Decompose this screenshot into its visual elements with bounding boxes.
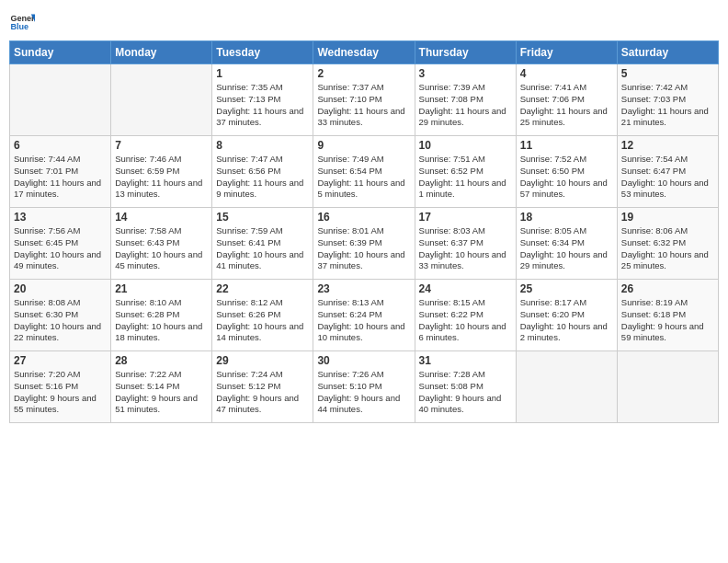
day-info: Sunrise: 8:05 AM Sunset: 6:34 PM Dayligh… <box>520 225 613 272</box>
calendar-cell: 21Sunrise: 8:10 AM Sunset: 6:28 PM Dayli… <box>111 280 212 351</box>
calendar-cell: 15Sunrise: 7:59 AM Sunset: 6:41 PM Dayli… <box>212 208 313 280</box>
day-info: Sunrise: 8:06 AM Sunset: 6:32 PM Dayligh… <box>621 225 714 272</box>
day-number: 10 <box>419 139 512 152</box>
day-number: 14 <box>115 211 208 224</box>
day-number: 23 <box>317 282 410 295</box>
day-number: 19 <box>621 211 714 224</box>
calendar-cell: 18Sunrise: 8:05 AM Sunset: 6:34 PM Dayli… <box>516 208 617 280</box>
day-info: Sunrise: 8:15 AM Sunset: 6:22 PM Dayligh… <box>419 297 512 344</box>
day-info: Sunrise: 8:12 AM Sunset: 6:26 PM Dayligh… <box>216 297 309 344</box>
day-info: Sunrise: 7:24 AM Sunset: 5:12 PM Dayligh… <box>216 369 309 416</box>
day-info: Sunrise: 7:37 AM Sunset: 7:10 PM Dayligh… <box>317 82 410 129</box>
week-row-4: 20Sunrise: 8:08 AM Sunset: 6:30 PM Dayli… <box>10 280 719 351</box>
day-number: 30 <box>317 354 410 367</box>
calendar-cell: 28Sunrise: 7:22 AM Sunset: 5:14 PM Dayli… <box>111 351 212 423</box>
day-info: Sunrise: 8:08 AM Sunset: 6:30 PM Dayligh… <box>14 297 107 344</box>
calendar-cell <box>516 351 617 423</box>
calendar-cell: 10Sunrise: 7:51 AM Sunset: 6:52 PM Dayli… <box>415 136 516 208</box>
day-number: 2 <box>317 67 410 80</box>
day-info: Sunrise: 7:51 AM Sunset: 6:52 PM Dayligh… <box>419 154 512 201</box>
day-number: 9 <box>317 139 410 152</box>
calendar-cell: 31Sunrise: 7:28 AM Sunset: 5:08 PM Dayli… <box>415 351 516 423</box>
day-info: Sunrise: 7:58 AM Sunset: 6:43 PM Dayligh… <box>115 225 208 272</box>
day-number: 11 <box>520 139 613 152</box>
day-info: Sunrise: 8:13 AM Sunset: 6:24 PM Dayligh… <box>317 297 410 344</box>
day-info: Sunrise: 7:20 AM Sunset: 5:16 PM Dayligh… <box>14 369 107 416</box>
calendar-cell: 4Sunrise: 7:41 AM Sunset: 7:06 PM Daylig… <box>516 64 617 136</box>
day-number: 5 <box>621 67 714 80</box>
svg-text:Blue: Blue <box>10 22 28 31</box>
calendar-cell: 22Sunrise: 8:12 AM Sunset: 6:26 PM Dayli… <box>212 280 313 351</box>
day-number: 4 <box>520 67 613 80</box>
calendar-cell: 23Sunrise: 8:13 AM Sunset: 6:24 PM Dayli… <box>313 280 415 351</box>
calendar-cell: 7Sunrise: 7:46 AM Sunset: 6:59 PM Daylig… <box>111 136 212 208</box>
calendar-cell: 20Sunrise: 8:08 AM Sunset: 6:30 PM Dayli… <box>10 280 111 351</box>
header: General Blue <box>9 9 719 35</box>
day-info: Sunrise: 7:59 AM Sunset: 6:41 PM Dayligh… <box>216 225 309 272</box>
week-row-2: 6Sunrise: 7:44 AM Sunset: 7:01 PM Daylig… <box>10 136 719 208</box>
day-header-tuesday: Tuesday <box>212 41 313 64</box>
day-info: Sunrise: 7:42 AM Sunset: 7:03 PM Dayligh… <box>621 82 714 129</box>
week-row-1: 1Sunrise: 7:35 AM Sunset: 7:13 PM Daylig… <box>10 64 719 136</box>
day-info: Sunrise: 7:47 AM Sunset: 6:56 PM Dayligh… <box>216 154 309 201</box>
day-info: Sunrise: 7:44 AM Sunset: 7:01 PM Dayligh… <box>14 154 107 201</box>
day-info: Sunrise: 7:49 AM Sunset: 6:54 PM Dayligh… <box>317 154 410 201</box>
day-header-wednesday: Wednesday <box>313 41 415 64</box>
day-number: 26 <box>621 282 714 295</box>
calendar-cell: 29Sunrise: 7:24 AM Sunset: 5:12 PM Dayli… <box>212 351 313 423</box>
calendar-table: SundayMondayTuesdayWednesdayThursdayFrid… <box>9 40 719 423</box>
day-info: Sunrise: 8:17 AM Sunset: 6:20 PM Dayligh… <box>520 297 613 344</box>
week-row-3: 13Sunrise: 7:56 AM Sunset: 6:45 PM Dayli… <box>10 208 719 280</box>
calendar-cell: 16Sunrise: 8:01 AM Sunset: 6:39 PM Dayli… <box>313 208 415 280</box>
day-number: 18 <box>520 211 613 224</box>
calendar-cell <box>111 64 212 136</box>
day-number: 3 <box>419 67 512 80</box>
day-info: Sunrise: 7:35 AM Sunset: 7:13 PM Dayligh… <box>216 82 309 129</box>
logo: General Blue <box>9 9 37 35</box>
day-number: 25 <box>520 282 613 295</box>
calendar-cell: 9Sunrise: 7:49 AM Sunset: 6:54 PM Daylig… <box>313 136 415 208</box>
logo-icon: General Blue <box>9 9 35 35</box>
calendar-cell: 6Sunrise: 7:44 AM Sunset: 7:01 PM Daylig… <box>10 136 111 208</box>
day-number: 7 <box>115 139 208 152</box>
day-number: 29 <box>216 354 309 367</box>
day-number: 16 <box>317 211 410 224</box>
day-number: 28 <box>115 354 208 367</box>
day-info: Sunrise: 8:01 AM Sunset: 6:39 PM Dayligh… <box>317 225 410 272</box>
week-row-5: 27Sunrise: 7:20 AM Sunset: 5:16 PM Dayli… <box>10 351 719 423</box>
calendar-cell: 14Sunrise: 7:58 AM Sunset: 6:43 PM Dayli… <box>111 208 212 280</box>
day-info: Sunrise: 8:19 AM Sunset: 6:18 PM Dayligh… <box>621 297 714 344</box>
day-info: Sunrise: 8:10 AM Sunset: 6:28 PM Dayligh… <box>115 297 208 344</box>
calendar-cell: 13Sunrise: 7:56 AM Sunset: 6:45 PM Dayli… <box>10 208 111 280</box>
day-number: 17 <box>419 211 512 224</box>
day-info: Sunrise: 7:26 AM Sunset: 5:10 PM Dayligh… <box>317 369 410 416</box>
day-info: Sunrise: 7:46 AM Sunset: 6:59 PM Dayligh… <box>115 154 208 201</box>
calendar-cell: 1Sunrise: 7:35 AM Sunset: 7:13 PM Daylig… <box>212 64 313 136</box>
day-info: Sunrise: 8:03 AM Sunset: 6:37 PM Dayligh… <box>419 225 512 272</box>
day-header-thursday: Thursday <box>415 41 516 64</box>
day-number: 15 <box>216 211 309 224</box>
day-number: 6 <box>14 139 107 152</box>
calendar-cell: 27Sunrise: 7:20 AM Sunset: 5:16 PM Dayli… <box>10 351 111 423</box>
day-number: 24 <box>419 282 512 295</box>
day-header-sunday: Sunday <box>10 41 111 64</box>
day-number: 27 <box>14 354 107 367</box>
day-number: 21 <box>115 282 208 295</box>
calendar-cell: 25Sunrise: 8:17 AM Sunset: 6:20 PM Dayli… <box>516 280 617 351</box>
day-info: Sunrise: 7:22 AM Sunset: 5:14 PM Dayligh… <box>115 369 208 416</box>
day-info: Sunrise: 7:52 AM Sunset: 6:50 PM Dayligh… <box>520 154 613 201</box>
day-info: Sunrise: 7:54 AM Sunset: 6:47 PM Dayligh… <box>621 154 714 201</box>
calendar-cell <box>10 64 111 136</box>
day-number: 22 <box>216 282 309 295</box>
calendar-cell: 2Sunrise: 7:37 AM Sunset: 7:10 PM Daylig… <box>313 64 415 136</box>
day-number: 1 <box>216 67 309 80</box>
calendar-cell: 19Sunrise: 8:06 AM Sunset: 6:32 PM Dayli… <box>617 208 718 280</box>
calendar-cell: 5Sunrise: 7:42 AM Sunset: 7:03 PM Daylig… <box>617 64 718 136</box>
calendar-cell: 12Sunrise: 7:54 AM Sunset: 6:47 PM Dayli… <box>617 136 718 208</box>
calendar-cell: 17Sunrise: 8:03 AM Sunset: 6:37 PM Dayli… <box>415 208 516 280</box>
day-header-saturday: Saturday <box>617 41 718 64</box>
day-info: Sunrise: 7:28 AM Sunset: 5:08 PM Dayligh… <box>419 369 512 416</box>
svg-text:General: General <box>10 14 35 23</box>
calendar-cell: 8Sunrise: 7:47 AM Sunset: 6:56 PM Daylig… <box>212 136 313 208</box>
day-number: 12 <box>621 139 714 152</box>
